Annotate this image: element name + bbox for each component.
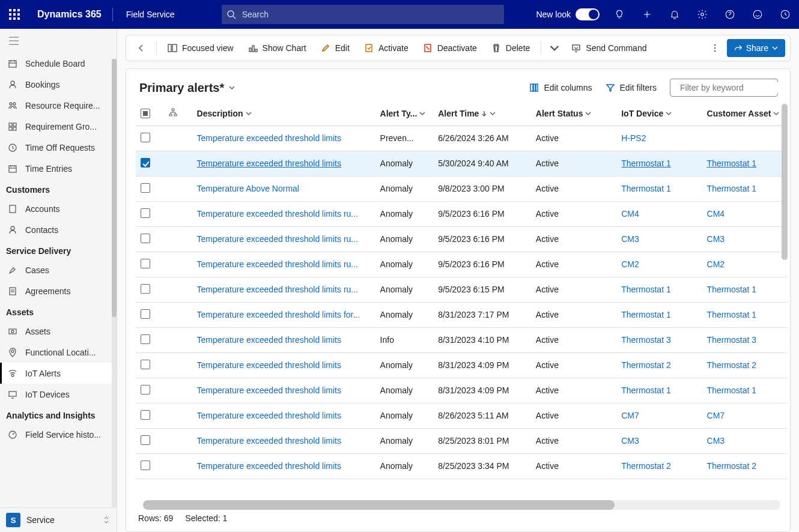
col-alert-time[interactable]: Alert Time: [433, 101, 531, 125]
description-link[interactable]: Temperature exceeded threshold limits: [197, 436, 341, 446]
share-button[interactable]: Share: [727, 39, 785, 57]
table-row[interactable]: Temperature exceeded threshold limitsAno…: [136, 151, 788, 176]
edit-filters-button[interactable]: Edit filters: [606, 83, 657, 92]
device-link[interactable]: CM2: [621, 259, 639, 269]
sidebar-item[interactable]: Contacts: [0, 219, 117, 240]
asset-link[interactable]: CM4: [707, 209, 725, 219]
description-link[interactable]: Temperature exceeded threshold limits: [197, 159, 341, 168]
row-checkbox[interactable]: [141, 234, 150, 243]
device-link[interactable]: Thermostat 1: [621, 184, 670, 193]
description-link[interactable]: Temperature exceeded threshold limits: [197, 133, 341, 143]
profile-icon[interactable]: [771, 0, 799, 29]
sidebar-item[interactable]: Agreements: [0, 280, 117, 301]
table-row[interactable]: Temperature exceeded threshold limits fo…: [136, 302, 788, 327]
sidebar-item[interactable]: IoT Devices: [0, 384, 117, 405]
device-link[interactable]: CM3: [621, 234, 639, 244]
plus-icon[interactable]: [633, 0, 661, 29]
row-checkbox[interactable]: [141, 309, 150, 319]
row-checkbox[interactable]: [141, 461, 150, 470]
col-iot-device[interactable]: IoT Device: [616, 101, 702, 125]
sidebar-scroll-thumb[interactable]: [112, 59, 117, 317]
col-alert-status[interactable]: Alert Status: [531, 101, 616, 125]
grid-hscroll[interactable]: [143, 500, 780, 510]
focused-view-button[interactable]: Focused view: [162, 38, 240, 58]
asset-link[interactable]: CM2: [707, 259, 725, 269]
description-link[interactable]: Temperature exceeded threshold limits: [197, 385, 341, 395]
table-row[interactable]: Temperature exceeded threshold limitsInf…: [136, 327, 788, 352]
row-checkbox[interactable]: [141, 334, 150, 344]
device-link[interactable]: Thermostat 1: [621, 385, 670, 395]
back-button[interactable]: [131, 38, 151, 58]
description-link[interactable]: Temperature exceeded threshold limits ru…: [197, 259, 358, 269]
row-checkbox[interactable]: [141, 133, 150, 142]
description-link[interactable]: Temperature exceeded threshold limits fo…: [197, 310, 360, 319]
deactivate-button[interactable]: Deactivate: [417, 38, 483, 58]
row-checkbox[interactable]: [141, 385, 150, 394]
row-checkbox[interactable]: [141, 410, 150, 420]
sidebar-item[interactable]: Functional Locati...: [0, 342, 117, 363]
table-row[interactable]: Temperature exceeded threshold limitsAno…: [136, 378, 788, 403]
area-switcher[interactable]: S Service: [0, 508, 117, 532]
table-row[interactable]: Temperature exceeded threshold limits ru…: [136, 277, 788, 302]
device-link[interactable]: Thermostat 3: [621, 335, 670, 345]
new-look-toggle[interactable]: [576, 8, 600, 20]
delete-button[interactable]: Delete: [485, 38, 536, 58]
device-link[interactable]: Thermostat 1: [621, 285, 670, 294]
device-link[interactable]: Thermostat 2: [621, 360, 670, 370]
keyword-filter[interactable]: [670, 79, 778, 97]
device-link[interactable]: Thermostat 1: [621, 159, 670, 168]
description-link[interactable]: Temperature exceeded threshold limits ru…: [197, 234, 358, 244]
gear-icon[interactable]: [688, 0, 716, 29]
hierarchy-header[interactable]: [164, 101, 192, 125]
asset-link[interactable]: Thermostat 2: [707, 461, 756, 471]
asset-link[interactable]: CM3: [707, 436, 725, 446]
row-checkbox[interactable]: [141, 360, 150, 369]
lightbulb-icon[interactable]: [606, 0, 633, 29]
sidebar-item[interactable]: IoT Alerts: [0, 363, 117, 384]
row-checkbox[interactable]: [141, 259, 150, 268]
device-link[interactable]: CM3: [621, 436, 639, 446]
app-launcher-icon[interactable]: [0, 0, 29, 29]
sidebar-item[interactable]: Bookings: [0, 74, 117, 95]
sidebar-toggle[interactable]: [0, 29, 117, 53]
grid-hscroll-thumb[interactable]: [143, 500, 615, 510]
edit-columns-button[interactable]: Edit columns: [529, 83, 592, 92]
row-checkbox[interactable]: [141, 284, 150, 294]
delete-chevron[interactable]: [546, 38, 563, 58]
device-link[interactable]: H-PS2: [621, 133, 646, 143]
sidebar-item[interactable]: Time Entries: [0, 158, 117, 179]
table-row[interactable]: Temperature exceeded threshold limits ru…: [136, 201, 788, 226]
help-icon[interactable]: [716, 0, 744, 29]
asset-link[interactable]: CM3: [707, 234, 725, 244]
bell-icon[interactable]: [661, 0, 688, 29]
asset-link[interactable]: CM7: [707, 411, 725, 420]
asset-link[interactable]: Thermostat 1: [707, 285, 756, 294]
show-chart-button[interactable]: Show Chart: [242, 38, 312, 58]
asset-link[interactable]: Thermostat 1: [707, 310, 756, 319]
row-checkbox[interactable]: [141, 435, 150, 445]
table-row[interactable]: Temperature exceeded threshold limitsAno…: [136, 403, 788, 428]
description-link[interactable]: Temperature exceeded threshold limits ru…: [197, 285, 358, 294]
global-search[interactable]: [222, 5, 504, 24]
col-alert-type[interactable]: Alert Ty...: [375, 101, 434, 125]
table-row[interactable]: Temperature exceeded threshold limits ru…: [136, 252, 788, 277]
asset-link[interactable]: Thermostat 2: [707, 360, 756, 370]
asset-link[interactable]: Thermostat 1: [707, 385, 756, 395]
description-link[interactable]: Temperature Above Normal: [197, 184, 299, 193]
description-link[interactable]: Temperature exceeded threshold limits ru…: [197, 209, 358, 219]
sidebar-item[interactable]: Resource Require...: [0, 95, 117, 116]
description-link[interactable]: Temperature exceeded threshold limits: [197, 461, 341, 471]
edit-button[interactable]: Edit: [315, 38, 356, 58]
table-row[interactable]: Temperature exceeded threshold limitsAno…: [136, 352, 788, 378]
col-description[interactable]: Description: [192, 101, 375, 125]
table-row[interactable]: Temperature exceeded threshold limits ru…: [136, 226, 788, 252]
table-row[interactable]: Temperature exceeded threshold limitsAno…: [136, 453, 788, 479]
device-link[interactable]: CM7: [621, 411, 639, 420]
send-command-button[interactable]: Send Command: [565, 38, 652, 58]
global-search-input[interactable]: [241, 9, 504, 20]
select-all-header[interactable]: [136, 101, 164, 125]
sidebar-item[interactable]: Accounts: [0, 198, 117, 219]
sidebar-item[interactable]: Cases: [0, 259, 117, 280]
table-row[interactable]: Temperature exceeded threshold limitsAno…: [136, 428, 788, 453]
asset-link[interactable]: Thermostat 1: [707, 184, 756, 193]
